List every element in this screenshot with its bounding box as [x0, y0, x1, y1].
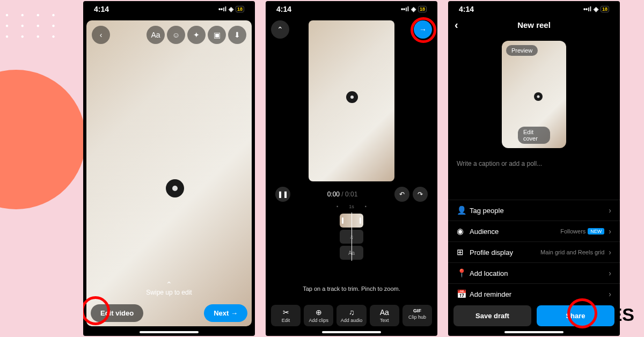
share-button[interactable]: Share	[537, 305, 614, 326]
battery-icon: 18	[418, 6, 427, 12]
video-thumbnail	[309, 20, 394, 181]
option-add-location[interactable]: 📍Add location›	[448, 262, 620, 283]
phone-screen-1: 4:14 ••ıl ◈ 18 ‹ Aa ☺ ✦ ▣ ⬇ ⌃ Sw	[83, 1, 255, 336]
chevron-up-icon: ⌃	[86, 280, 252, 289]
timeline-ruler: • 1s •	[266, 204, 437, 209]
status-bar: 4:14 ••ıl ◈ 18	[266, 1, 437, 17]
page-title: New reel	[517, 20, 551, 30]
sticker-tool-icon[interactable]: ☺	[167, 26, 185, 44]
signal-icon: ••ıl	[218, 5, 226, 13]
tool-edit[interactable]: ✂Edit	[271, 305, 301, 326]
calendar-icon: 📅	[457, 289, 470, 299]
save-draft-button[interactable]: Save draft	[453, 305, 531, 326]
home-indicator	[504, 331, 564, 333]
text-tool-icon[interactable]: Aa	[147, 26, 165, 44]
trim-hint: Tap on a track to trim. Pinch to zoom.	[266, 285, 437, 292]
bg-decoration-dots: ● ● ● ●● ● ● ●● ● ● ●	[5, 10, 61, 42]
option-audience[interactable]: ◉AudienceFollowersNEW›	[448, 221, 620, 241]
person-icon: 👤	[457, 206, 470, 215]
location-icon: 📍	[457, 268, 470, 278]
chevron-right-icon: ›	[609, 227, 611, 236]
tool-add-audio[interactable]: ♫Add audio	[336, 305, 366, 326]
back-button[interactable]: ‹	[92, 26, 110, 44]
status-icons: ••ıl ◈ 18	[401, 5, 427, 13]
bg-decoration-circle	[0, 70, 86, 209]
collapse-button[interactable]: ⌃	[271, 20, 289, 39]
status-icons: ••ıl ◈ 18	[218, 5, 244, 13]
signal-icon: ••ıl	[401, 5, 409, 13]
status-time: 4:14	[276, 5, 291, 13]
battery-icon: 18	[601, 6, 609, 12]
video-preview: ‹ Aa ☺ ✦ ▣ ⬇ ⌃ Swipe up to edit Edit vid…	[86, 20, 252, 326]
chevron-right-icon: ›	[609, 206, 611, 215]
scissors-icon: ✂	[272, 308, 299, 317]
redo-button[interactable]: ↷	[413, 187, 428, 202]
option-add-reminder[interactable]: 📅Add reminder›	[448, 283, 620, 304]
tool-add-clips[interactable]: ⊕Add clips	[304, 305, 333, 326]
playhead[interactable]	[352, 213, 352, 261]
current-time: 0:00	[327, 191, 340, 198]
status-bar: 4:14 ••ıl ◈ 18	[448, 1, 620, 17]
option-profile-display[interactable]: ⊞Profile displayMain grid and Reels grid…	[448, 241, 620, 262]
tool-text[interactable]: AaText	[370, 305, 399, 326]
chevron-right-icon: ›	[609, 248, 611, 257]
preview-badge[interactable]: Preview	[506, 45, 538, 56]
forward-button[interactable]: →	[414, 20, 432, 39]
option-tag-people[interactable]: 👤Tag people›	[448, 200, 620, 221]
playback-time: 0:00 / 0:01	[327, 191, 358, 198]
ceiling-light-in-video	[346, 91, 358, 103]
undo-button[interactable]: ↶	[394, 187, 409, 202]
grid-icon: ⊞	[457, 247, 470, 257]
page-header: ‹ New reel	[448, 20, 620, 30]
tool-clip-hub[interactable]: GIFClip hub	[402, 305, 432, 326]
music-icon: ♫	[338, 308, 365, 317]
total-time: 0:01	[345, 191, 357, 198]
swipe-hint-label: Swipe up to edit	[86, 289, 252, 296]
chevron-right-icon: ›	[609, 269, 611, 277]
phone-screen-3: 4:14 ••ıl ◈ 18 ‹ New reel Preview Edit c…	[448, 1, 620, 336]
chevron-right-icon: ›	[609, 290, 611, 298]
ceiling-light-in-video	[534, 92, 543, 101]
text-icon: Aa	[371, 308, 398, 317]
new-badge: NEW	[588, 228, 604, 235]
download-icon[interactable]: ⬇	[228, 26, 246, 44]
cover-preview[interactable]: Preview Edit cover	[502, 41, 566, 148]
edit-video-button[interactable]: Edit video	[91, 304, 143, 322]
eye-icon: ◉	[457, 226, 470, 236]
effects-tool-icon[interactable]: ✦	[187, 26, 206, 44]
back-button[interactable]: ‹	[455, 19, 458, 31]
signal-icon: ••ıl	[583, 5, 591, 13]
edit-cover-button[interactable]: Edit cover	[518, 127, 550, 144]
ceiling-light-in-video	[166, 179, 184, 197]
options-list: 👤Tag people› ◉AudienceFollowersNEW› ⊞Pro…	[448, 200, 620, 304]
home-indicator	[322, 331, 381, 333]
phone-screen-2: 4:14 ••ıl ◈ 18 ⌃ → ❚❚ 0:00 / 0:01 ↶ ↷	[266, 1, 437, 336]
next-button[interactable]: Next →	[204, 304, 247, 322]
wifi-icon: ◈	[229, 5, 233, 13]
gif-icon: GIF	[404, 308, 431, 313]
pause-button[interactable]: ❚❚	[275, 187, 290, 202]
status-icons: ••ıl ◈ 18	[583, 5, 609, 13]
wifi-icon: ◈	[594, 5, 598, 13]
image-tool-icon[interactable]: ▣	[208, 26, 226, 44]
toolbar: ✂Edit ⊕Add clips ♫Add audio AaText GIFCl…	[271, 305, 432, 326]
battery-icon: 18	[236, 6, 244, 12]
swipe-hint: ⌃ Swipe up to edit	[86, 280, 252, 296]
caption-input[interactable]: Write a caption or add a poll...	[457, 160, 611, 167]
wifi-icon: ◈	[411, 5, 416, 13]
status-time: 4:14	[459, 5, 474, 13]
status-time: 4:14	[94, 5, 109, 13]
home-indicator	[140, 331, 199, 333]
status-bar: 4:14 ••ıl ◈ 18	[83, 1, 255, 17]
add-clip-icon: ⊕	[305, 308, 332, 317]
